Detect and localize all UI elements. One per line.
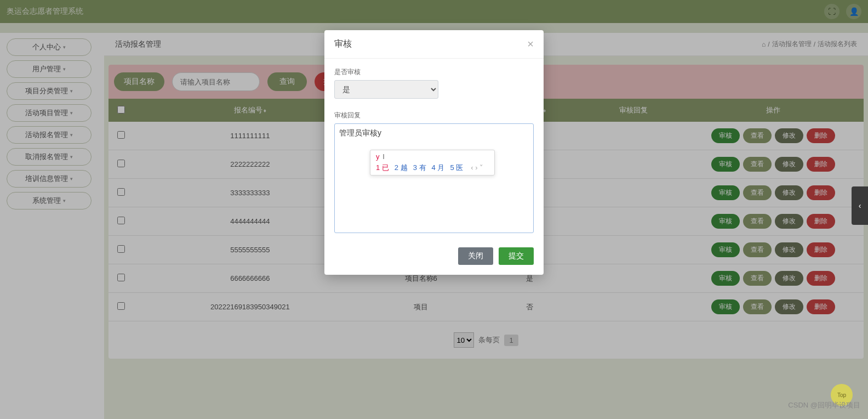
modal-close-button[interactable]: 关闭 bbox=[458, 247, 493, 265]
close-icon[interactable]: × bbox=[527, 38, 534, 50]
ime-typed: y bbox=[376, 152, 380, 161]
ime-candidate[interactable]: 5 医 bbox=[450, 163, 463, 172]
ime-candidate[interactable]: 2 越 bbox=[395, 163, 408, 172]
ime-popup[interactable]: y I 1 已2 越3 有4 月5 医‹ › ˅ bbox=[370, 150, 495, 175]
modal-overlay[interactable]: 审核 × 是否审核 是 审核回复 关闭 提交 bbox=[0, 0, 868, 419]
ime-nav[interactable]: ‹ › ˅ bbox=[471, 163, 483, 172]
modal-submit-button[interactable]: 提交 bbox=[499, 247, 534, 265]
approved-select[interactable]: 是 bbox=[334, 80, 438, 99]
modal-title: 审核 bbox=[334, 38, 352, 50]
side-collapse-tab[interactable]: ‹ bbox=[852, 186, 868, 225]
ime-candidate[interactable]: 1 已 bbox=[376, 163, 389, 172]
field-approved-label: 是否审核 bbox=[334, 67, 534, 77]
watermark: CSDN @回明毕设项目 bbox=[788, 400, 860, 410]
field-reply-label: 审核回复 bbox=[334, 111, 534, 120]
ime-candidate[interactable]: 3 有 bbox=[413, 163, 426, 172]
reply-textarea[interactable] bbox=[334, 123, 534, 233]
ime-candidate[interactable]: 4 月 bbox=[432, 163, 445, 172]
